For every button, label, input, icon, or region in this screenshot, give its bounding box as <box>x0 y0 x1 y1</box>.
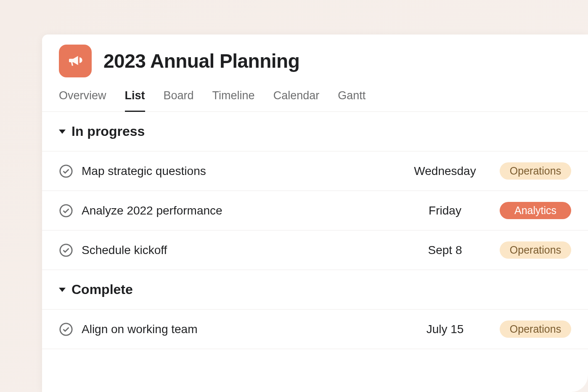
task-row[interactable]: Analyze 2022 performance Friday Analytic… <box>42 191 588 230</box>
view-tabs: Overview List Board Timeline Calendar Ga… <box>42 77 588 112</box>
project-title: 2023 Annual Planning <box>103 50 299 72</box>
svg-point-0 <box>60 165 72 177</box>
check-circle-icon[interactable] <box>59 204 73 218</box>
tab-timeline[interactable]: Timeline <box>212 89 255 111</box>
task-tag[interactable]: Operations <box>500 320 571 338</box>
task-row[interactable]: Map strategic questions Wednesday Operat… <box>42 151 588 191</box>
tab-calendar[interactable]: Calendar <box>273 89 320 111</box>
check-circle-icon[interactable] <box>59 322 73 336</box>
task-date: Wednesday <box>399 164 491 178</box>
task-date: July 15 <box>399 323 491 336</box>
task-tag[interactable]: Operations <box>500 241 571 259</box>
project-header: 2023 Annual Planning <box>42 34 588 77</box>
task-tag[interactable]: Operations <box>500 162 571 180</box>
tab-board[interactable]: Board <box>164 89 194 111</box>
task-date: Sept 8 <box>399 244 491 257</box>
megaphone-icon <box>67 52 84 70</box>
task-date: Friday <box>399 204 491 217</box>
app-background: 2023 Annual Planning Overview List Board… <box>0 0 588 392</box>
task-row[interactable]: Schedule kickoff Sept 8 Operations <box>42 230 588 270</box>
section-title: Complete <box>72 282 133 297</box>
task-row[interactable]: Align on working team July 15 Operations <box>42 310 588 349</box>
tab-list[interactable]: List <box>125 89 145 111</box>
task-name: Map strategic questions <box>82 164 390 178</box>
svg-point-3 <box>60 323 72 335</box>
caret-down-icon[interactable] <box>59 130 66 134</box>
section-title: In progress <box>72 124 145 139</box>
svg-point-1 <box>60 204 72 216</box>
svg-point-2 <box>60 244 72 256</box>
caret-down-icon[interactable] <box>59 288 66 292</box>
tab-gantt[interactable]: Gantt <box>338 89 366 111</box>
task-name: Align on working team <box>82 323 390 336</box>
check-circle-icon[interactable] <box>59 243 73 257</box>
section-header-complete[interactable]: Complete <box>42 270 588 310</box>
task-tag[interactable]: Analytics <box>500 202 571 219</box>
task-name: Schedule kickoff <box>82 244 390 257</box>
task-name: Analyze 2022 performance <box>82 204 390 217</box>
project-panel: 2023 Annual Planning Overview List Board… <box>42 34 588 392</box>
check-circle-icon[interactable] <box>59 164 73 178</box>
tab-overview[interactable]: Overview <box>59 89 106 111</box>
section-header-in-progress[interactable]: In progress <box>42 112 588 151</box>
project-icon-box <box>59 45 92 77</box>
